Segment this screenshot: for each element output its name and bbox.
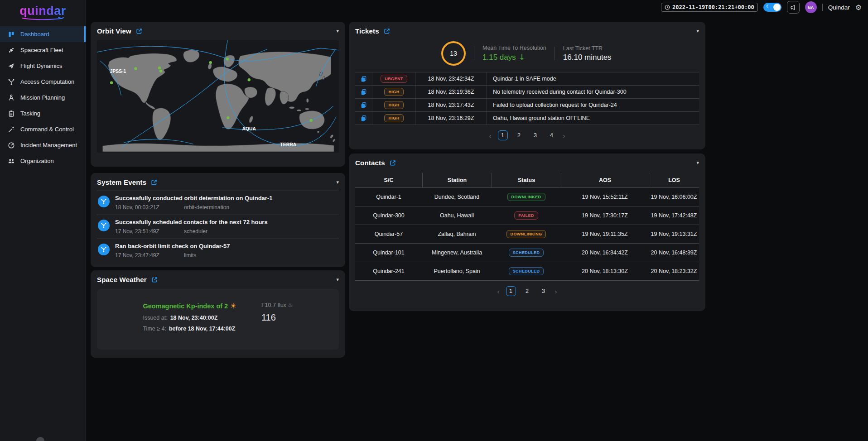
ticket-description: Failed to upload collection request for … (487, 99, 699, 111)
open-tickets-count: 13 (450, 50, 457, 57)
event-item[interactable]: Successfully scheduled contacts for the … (97, 215, 339, 239)
orbit-expand-button[interactable] (136, 28, 142, 34)
sidebar-item-dashboard[interactable]: Dashboard (0, 26, 86, 42)
ticket-row[interactable]: HIGH 18 Nov, 23:17:43Z Failed to upload … (355, 99, 699, 112)
event-item[interactable]: Successfully conducted orbit determiatio… (97, 191, 339, 215)
event-tag: orbit-determination (184, 204, 229, 211)
contact-station: Mingenew, Australia (422, 249, 492, 256)
sidebar-item-command-control[interactable]: Command & Control (0, 121, 86, 137)
prev-page-arrow[interactable]: ‹ (489, 132, 492, 139)
contacts-collapse-caret[interactable]: ▾ (696, 160, 699, 166)
expand-icon (136, 28, 142, 34)
main-content: Orbit View ▾ (91, 22, 705, 358)
sidebar-item-incident-management[interactable]: Incident Management (0, 137, 86, 153)
contact-los: 20 Nov, 16:48:39Z (649, 249, 699, 256)
contact-station: Oahu, Hawaii (422, 212, 492, 219)
tickets-expand-button[interactable] (384, 28, 390, 34)
space-weather-expand-button[interactable] (151, 277, 158, 283)
status-badge: DOWNLINKED (507, 193, 545, 201)
system-events-title: System Events (97, 178, 146, 186)
tickets-collapse-caret[interactable]: ▾ (696, 28, 699, 34)
page-button-4[interactable]: 4 (547, 130, 557, 140)
ticket-row[interactable]: HIGH 18 Nov, 23:16:29Z Oahu, Hawaii grou… (355, 112, 699, 125)
page-button-2[interactable]: 2 (522, 286, 532, 296)
wand-icon (8, 126, 15, 133)
utc-timestamp-chip: 2022-11-19T00:21:21+00:00 (661, 3, 758, 12)
contact-row[interactable]: Quindar-241 Puertollano, Spain SCHEDULED… (355, 262, 699, 280)
people-icon (8, 158, 15, 165)
ticket-description: No telemetry received during contact for… (487, 86, 699, 98)
prev-page-arrow[interactable]: ‹ (497, 288, 500, 295)
ticket-copy-icon (355, 112, 372, 125)
metric-divider (555, 47, 555, 60)
sidebar-item-label: Dashboard (20, 31, 49, 38)
last-ttr-label: Last Ticket TTR (563, 45, 612, 52)
status-badge: DOWNLINKING (506, 230, 546, 238)
contact-row[interactable]: Quindar-57 Zallaq, Bahrain DOWNLINKING 1… (355, 225, 699, 243)
contact-row[interactable]: Quindar-300 Oahu, Hawaii FAILED 19 Nov, … (355, 206, 699, 225)
contact-aos: 19 Nov, 19:11:35Z (561, 231, 649, 237)
page-button-1[interactable]: 1 (498, 130, 508, 140)
sidebar-item-organization[interactable]: Organization (0, 153, 86, 169)
space-weather-collapse-caret[interactable]: ▾ (336, 277, 339, 283)
threshold-label: Time ≥ 4: (143, 326, 166, 332)
column-header-aos: AOS (561, 173, 649, 187)
sidebar-item-flight-dynamics[interactable]: Flight Dynamics (0, 58, 86, 74)
ticket-row[interactable]: URGENT 18 Nov, 23:42:34Z Quindar-1 in SA… (355, 72, 699, 86)
sidebar-item-label: Spacecraft Fleet (20, 47, 63, 53)
system-events-panel: System Events ▾ Successfully conducted o… (91, 173, 345, 267)
expand-icon (384, 28, 390, 34)
announcements-button[interactable] (787, 1, 800, 14)
page-button-2[interactable]: 2 (514, 130, 524, 140)
page-button-3[interactable]: 3 (530, 130, 540, 140)
org-name: Quindar (828, 4, 850, 11)
expand-icon (390, 160, 396, 166)
sidebar-item-tasking[interactable]: Tasking (0, 105, 86, 121)
tickets-pagination: ‹ 1 2 3 4 › (355, 130, 699, 140)
sidebar-item-access-computation[interactable]: Access Computation (0, 74, 86, 90)
system-events-expand-button[interactable] (151, 179, 157, 186)
gear-icon[interactable]: ⚙ (855, 3, 862, 12)
contacts-expand-button[interactable] (390, 160, 396, 166)
orbit-collapse-caret[interactable]: ▾ (336, 28, 339, 34)
satellite-label-aqua: AQUA (242, 126, 256, 131)
contact-los: 19 Nov, 16:06:00Z (649, 194, 699, 200)
orbit-view-panel: Orbit View ▾ (91, 22, 345, 167)
sidebar-item-spacecraft-fleet[interactable]: Spacecraft Fleet (0, 42, 86, 58)
event-tag: scheduler (184, 228, 207, 235)
page-button-1[interactable]: 1 (506, 286, 516, 296)
theme-toggle[interactable]: ☾ (763, 3, 781, 12)
next-page-arrow[interactable]: › (563, 132, 565, 139)
page-button-3[interactable]: 3 (539, 286, 549, 296)
ticket-time: 18 Nov, 23:16:29Z (416, 112, 487, 125)
system-events-collapse-caret[interactable]: ▾ (336, 179, 339, 185)
avatar-initials: NA (808, 5, 814, 10)
megaphone-icon (790, 4, 796, 11)
sidebar-item-mission-planning[interactable]: Mission Planning (0, 90, 86, 105)
open-tickets-ring: 13 (441, 41, 466, 66)
priority-badge: HIGH (384, 101, 403, 109)
last-ttr-metric: Last Ticket TTR 16.10 minutes (563, 45, 612, 62)
app-logo[interactable]: quindar (0, 0, 86, 23)
event-time: 18 Nov, 00:03:21Z (115, 204, 184, 211)
event-title: Ran back-orbit limit check on Quindar-57 (115, 243, 230, 249)
user-avatar[interactable]: NA (805, 1, 817, 13)
ticket-time: 18 Nov, 23:17:43Z (416, 99, 487, 111)
space-weather-title: Space Weather (97, 276, 147, 283)
contacts-pagination: ‹ 1 2 3 › (355, 286, 699, 296)
topbar-divider (822, 4, 823, 11)
event-list: Successfully conducted orbit determiatio… (97, 191, 339, 263)
contact-row[interactable]: Quindar-1 Dundee, Scotland DOWNLINKED 19… (355, 187, 699, 206)
contact-station: Puertollano, Spain (422, 268, 492, 274)
contact-row[interactable]: Quindar-101 Mingenew, Australia SCHEDULE… (355, 243, 699, 262)
event-item[interactable]: Ran back-orbit limit check on Quindar-57… (97, 239, 339, 263)
next-page-arrow[interactable]: › (555, 288, 557, 295)
utc-timestamp: 2022-11-19T00:21:21+00:00 (672, 4, 754, 10)
tickets-table: URGENT 18 Nov, 23:42:34Z Quindar-1 in SA… (355, 72, 699, 125)
topbar: 2022-11-19T00:21:21+00:00 ☾ NA Quindar ⚙ (86, 0, 868, 14)
event-satellite-icon (98, 196, 110, 207)
sidebar-footer-dot (36, 437, 44, 441)
ticket-copy-icon (355, 72, 372, 85)
ticket-row[interactable]: HIGH 18 Nov, 23:19:36Z No telemetry rece… (355, 86, 699, 99)
contact-sc: Quindar-1 (355, 194, 422, 200)
